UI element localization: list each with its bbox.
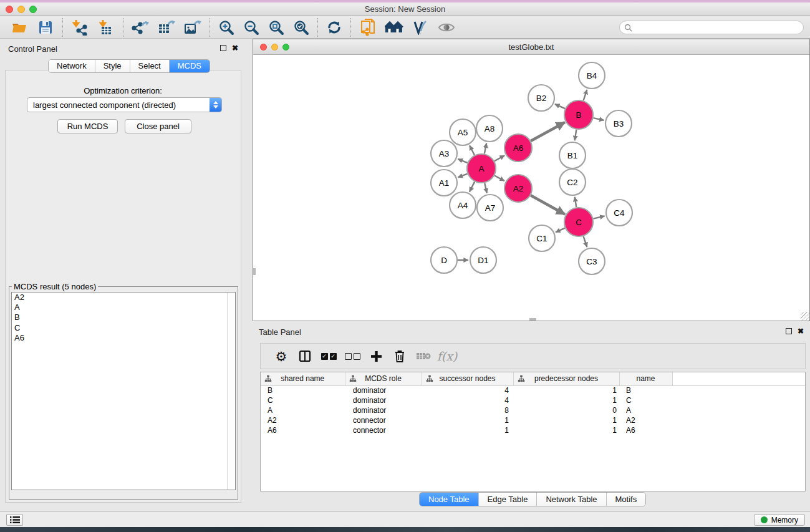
node-B4[interactable]: B4 (579, 62, 605, 89)
split-columns-icon[interactable] (293, 346, 317, 367)
table-cell[interactable]: dominator (345, 385, 422, 395)
column-header-predecessor-nodes[interactable]: predecessor nodes (513, 372, 619, 385)
mcds-result-item[interactable]: A6 (12, 333, 235, 343)
node-C2[interactable]: C2 (559, 169, 586, 195)
dropdown-stepper-icon[interactable] (210, 98, 221, 112)
node-A5[interactable]: A5 (450, 119, 476, 145)
tab-mcds[interactable]: MCDS (170, 60, 210, 72)
edge-C-C4[interactable] (593, 216, 604, 218)
table-row[interactable]: A6connector11A6 (261, 425, 806, 435)
edge-B-B1[interactable] (575, 130, 577, 141)
edge-A-A5[interactable] (470, 145, 475, 155)
table-cell[interactable]: A2 (261, 415, 345, 425)
import-table-icon[interactable] (93, 17, 119, 37)
home-icon[interactable] (381, 17, 407, 37)
table-cell[interactable]: C (619, 395, 672, 405)
mcds-result-item[interactable]: C (12, 323, 235, 333)
network-window-titlebar[interactable]: testGlobe.txt (253, 39, 809, 55)
run-mcds-button[interactable]: Run MCDS (57, 119, 118, 133)
edge-C-C1[interactable] (556, 228, 565, 233)
table-cell[interactable]: 0 (513, 405, 619, 415)
table-cell[interactable]: 1 (422, 415, 513, 425)
vertical-scroll-mark[interactable] (253, 268, 256, 275)
edge-A6-B[interactable] (531, 122, 565, 141)
node-A[interactable]: A (467, 154, 496, 183)
node-A3[interactable]: A3 (431, 140, 457, 167)
export-table-icon[interactable] (153, 17, 180, 37)
table-cell[interactable]: A6 (261, 425, 345, 435)
zoom-fit-icon[interactable] (264, 17, 289, 37)
edge-A-A6[interactable] (494, 155, 504, 161)
edge-A-A4[interactable] (470, 181, 475, 191)
mcds-result-item[interactable]: A (12, 302, 235, 312)
tab-network-table[interactable]: Network Table (537, 493, 606, 506)
close-panel-icon[interactable]: ✖ (798, 328, 804, 334)
list-scrollbar[interactable] (227, 293, 235, 490)
select-all-columns-icon[interactable]: ✓✓ (317, 346, 340, 367)
unselect-all-columns-icon[interactable] (340, 346, 364, 367)
edge-A-A8[interactable] (485, 143, 486, 154)
table-cell[interactable]: 1 (513, 425, 619, 435)
network-canvas[interactable]: B4B2BB3A5A8A6A3B1AA1C2A2A4A7C4CC1C3DD1 (253, 55, 809, 321)
hide-graphics-icon[interactable] (433, 17, 460, 37)
node-C[interactable]: C (564, 208, 593, 236)
apply-layout-icon[interactable] (322, 17, 347, 37)
mcds-result-list[interactable]: A2ABCA6 (11, 292, 236, 490)
edge-A2-C[interactable] (531, 195, 565, 215)
save-session-icon[interactable] (32, 17, 59, 37)
table-cell[interactable]: B (619, 385, 672, 395)
table-cell[interactable]: connector (345, 415, 422, 425)
edge-A-A2[interactable] (494, 175, 504, 181)
table-cell[interactable]: A6 (619, 425, 672, 435)
zoom-in-icon[interactable] (214, 17, 239, 37)
node-table-grid[interactable]: shared nameMCDS rolesuccessor nodesprede… (261, 372, 806, 435)
table-cell[interactable]: connector (345, 425, 422, 435)
zoom-out-icon[interactable] (239, 17, 264, 37)
float-panel-icon[interactable] (220, 45, 226, 51)
node-A2[interactable]: A2 (504, 175, 532, 202)
column-header-successor-nodes[interactable]: successor nodes (422, 372, 513, 385)
node-A7[interactable]: A7 (477, 195, 503, 221)
table-cell[interactable]: C (261, 395, 345, 405)
node-B[interactable]: B (564, 100, 593, 129)
edge-B-B4[interactable] (584, 90, 587, 100)
memory-button[interactable]: Memory (754, 514, 805, 526)
tab-select[interactable]: Select (130, 60, 170, 72)
table-cell[interactable]: 1 (513, 415, 619, 425)
gear-icon[interactable]: ⚙ (269, 346, 293, 367)
table-cell[interactable]: A2 (619, 415, 672, 425)
tab-network[interactable]: Network (49, 60, 95, 72)
table-cell[interactable]: 1 (513, 385, 619, 395)
edge-C-C2[interactable] (575, 197, 577, 208)
tab-node-table[interactable]: Node Table (420, 493, 479, 506)
close-panel-icon[interactable]: ✖ (232, 45, 238, 51)
task-history-button[interactable] (6, 514, 23, 526)
edge-C-C3[interactable] (584, 236, 587, 247)
table-row[interactable]: Bdominator41B (261, 385, 806, 395)
export-image-icon[interactable] (180, 17, 206, 37)
edge-A-A7[interactable] (485, 183, 487, 193)
node-B3[interactable]: B3 (605, 110, 632, 137)
delete-column-icon[interactable] (388, 346, 412, 367)
column-header-name[interactable]: name (619, 372, 672, 385)
node-C4[interactable]: C4 (606, 200, 632, 226)
tab-edge-table[interactable]: Edge Table (479, 493, 538, 506)
table-cell[interactable]: dominator (345, 395, 422, 405)
float-panel-icon[interactable] (786, 328, 792, 334)
horizontal-scroll-mark[interactable] (529, 318, 536, 321)
table-cell[interactable]: A (261, 405, 345, 415)
node-A8[interactable]: A8 (476, 115, 503, 142)
new-network-icon[interactable] (355, 17, 381, 37)
table-cell[interactable]: 1 (422, 425, 513, 435)
node-D1[interactable]: D1 (470, 247, 496, 273)
network-graph[interactable]: B4B2BB3A5A8A6A3B1AA1C2A2A4A7C4CC1C3DD1 (253, 55, 809, 321)
tab-motifs[interactable]: Motifs (607, 493, 646, 506)
export-network-icon[interactable] (127, 17, 153, 37)
node-A6[interactable]: A6 (504, 134, 532, 162)
tab-style[interactable]: Style (95, 60, 130, 72)
node-B1[interactable]: B1 (559, 142, 586, 168)
edge-A-A3[interactable] (458, 159, 467, 163)
edge-B-B3[interactable] (593, 118, 604, 120)
window-resize-grip[interactable] (801, 312, 809, 321)
search-input[interactable] (632, 23, 803, 32)
